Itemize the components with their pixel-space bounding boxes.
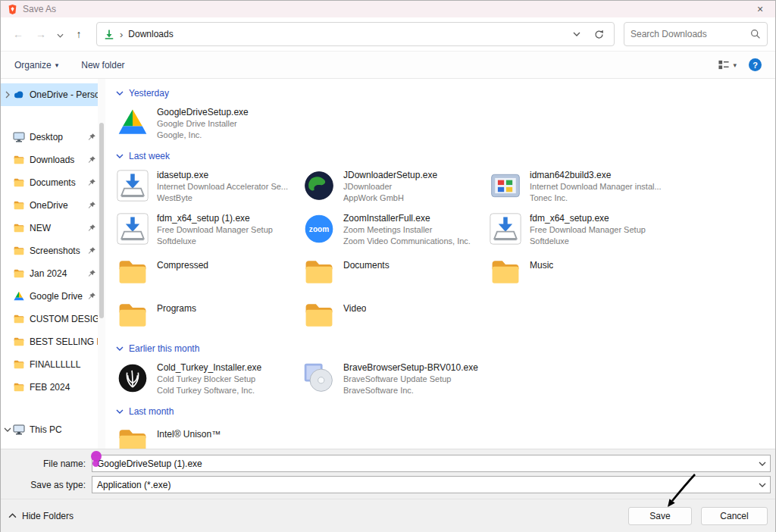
back-button[interactable]: ← (8, 28, 28, 40)
file-item-documents[interactable]: Documents (302, 255, 489, 291)
pin-icon (86, 201, 97, 210)
sidebar-item-onedrive-perso[interactable]: OneDrive - Perso (1, 83, 98, 106)
sidebar-item-best-selling-d[interactable]: BEST SELLING D (1, 330, 98, 353)
file-publisher: Softdeluxe (530, 236, 646, 247)
navigation-bar: ← → ↑ › Downloads (1, 17, 775, 51)
search-icon (750, 29, 761, 39)
group-header-yesterday[interactable]: Yesterday (116, 88, 771, 99)
organize-button[interactable]: Organize ▾ (14, 60, 58, 70)
file-item-googledrivesetup-exe[interactable]: GoogleDriveSetup.exeGoogle Drive Install… (116, 106, 302, 142)
chevron-down-icon[interactable] (2, 427, 12, 432)
folder-icon (12, 177, 26, 189)
folder-icon (116, 299, 149, 332)
installer-icon (116, 169, 149, 202)
file-name: Music (530, 260, 553, 271)
file-publisher: WestByte (157, 192, 288, 204)
file-item-zoominstallerfull-exe[interactable]: zoomZoomInstallerFull.exeZoom Meetings I… (302, 212, 489, 248)
folder-icon (12, 154, 26, 167)
group-header-last-month[interactable]: Last month (116, 406, 771, 417)
recent-locations-chevron-icon[interactable] (54, 28, 66, 40)
file-name: Intel® Unison™ (157, 429, 221, 440)
sidebar-item-onedrive[interactable]: OneDrive (1, 194, 98, 217)
navigation-pane: OneDrive - PersoDesktopDownloadsDocument… (1, 79, 98, 449)
sidebar-item-screenshots[interactable]: Screenshots (1, 239, 98, 262)
cancel-button[interactable]: Cancel (701, 507, 768, 525)
file-publisher: AppWork GmbH (343, 192, 437, 204)
file-publisher: Zoom Video Communications, Inc. (343, 236, 471, 247)
sidebar-item-desktop[interactable]: Desktop (1, 126, 98, 149)
sidebar-item-this-pc[interactable]: This PC (1, 418, 98, 441)
search-box[interactable] (624, 22, 768, 46)
annotation-magenta-dot (92, 460, 99, 467)
file-item-jdownloadersetup-exe[interactable]: JDownloaderSetup.exeJDownloaderAppWork G… (302, 169, 489, 205)
file-item-compressed[interactable]: Compressed (116, 255, 302, 291)
sidebar-item-new[interactable]: NEW (1, 217, 98, 239)
organize-label: Organize (14, 60, 52, 70)
breadcrumb-separator: › (120, 29, 123, 40)
save-as-type-select[interactable]: Application (*.exe) (92, 476, 771, 493)
sidebar-item-jan-2024[interactable]: Jan 2024 (1, 262, 98, 285)
file-item-fdm-x64-setup-1-exe[interactable]: fdm_x64_setup (1).exeFree Download Manag… (116, 212, 302, 248)
close-icon[interactable]: × (752, 3, 768, 15)
idm-icon (489, 169, 522, 202)
help-button[interactable]: ? (749, 58, 762, 71)
sidebar-item-google-drive[interactable]: Google Drive (1, 285, 98, 308)
sidebar-scrollbar[interactable] (98, 79, 105, 449)
file-item-intel-unison[interactable]: Intel® Unison™ (116, 424, 302, 449)
breadcrumb-downloads[interactable]: Downloads (128, 29, 173, 39)
coldturkey-icon (116, 361, 149, 395)
thispc-icon (12, 424, 26, 437)
file-item-music[interactable]: Music (489, 255, 675, 291)
file-item-programs[interactable]: Programs (116, 299, 302, 334)
new-folder-button[interactable]: New folder (81, 60, 124, 70)
file-name: Programs (157, 303, 196, 315)
chevron-down-icon[interactable] (755, 483, 770, 487)
hide-folders-button[interactable]: Hide Folders (8, 511, 74, 521)
folder-icon (12, 313, 26, 326)
file-description: Internet Download Accelerator Se... (157, 181, 288, 192)
address-dropdown-chevron-icon[interactable] (568, 32, 585, 36)
save-button[interactable]: Save (628, 507, 692, 525)
file-item-idman642build3-exe[interactable]: idman642build3.exeInternet Download Mana… (489, 169, 675, 205)
file-name-input[interactable] (92, 458, 755, 469)
chevron-down-icon[interactable] (755, 462, 770, 466)
chevron-up-icon (8, 513, 17, 518)
desktop-icon (12, 131, 26, 144)
command-toolbar: Organize ▾ New folder ▾ ? (1, 51, 775, 79)
up-button[interactable]: ↑ (69, 28, 89, 40)
sidebar-item-custom-desigi[interactable]: CUSTOM DESIGI (1, 308, 98, 330)
group-header-last-week[interactable]: Last week (116, 151, 771, 161)
file-name: idasetup.exe (157, 170, 288, 181)
sidebar-item-documents[interactable]: Documents (1, 171, 98, 194)
file-item-video[interactable]: Video (302, 299, 489, 334)
sidebar-item-label: FINALLLLLL (30, 359, 98, 370)
file-name-combobox[interactable] (92, 455, 771, 472)
sidebar-item-feb-2024[interactable]: FEB 2024 (1, 376, 98, 399)
scrollbar-thumb[interactable] (99, 123, 104, 318)
file-item-bravebrowsersetup-brv010-exe[interactable]: BraveBrowserSetup-BRV010.exeBraveSoftwar… (302, 361, 489, 397)
button-bar: Hide Folders Save Cancel (1, 499, 775, 532)
folder-icon (116, 424, 149, 449)
file-item-cold-turkey-installer-exe[interactable]: Cold_Turkey_Installer.exeCold Turkey Blo… (116, 361, 302, 397)
group-header-earlier-this-month[interactable]: Earlier this month (116, 343, 771, 354)
sidebar-item-downloads[interactable]: Downloads (1, 149, 98, 171)
window-title: Save As (23, 4, 56, 14)
search-input[interactable] (630, 29, 750, 39)
onedrive-icon (12, 89, 26, 102)
folder-icon (116, 255, 149, 289)
sidebar-item-finallllll[interactable]: FINALLLLLL (1, 353, 98, 376)
file-item-idasetup-exe[interactable]: idasetup.exeInternet Download Accelerato… (116, 169, 302, 205)
chevron-right-icon[interactable] (2, 91, 12, 99)
installer-icon (116, 212, 149, 246)
address-bar[interactable]: › Downloads (96, 22, 615, 46)
refresh-icon[interactable] (590, 30, 607, 39)
views-button[interactable]: ▾ (718, 59, 737, 70)
sidebar-item-label: NEW (30, 223, 86, 233)
sidebar-item-label: OneDrive - Perso (30, 89, 98, 100)
file-item-fdm-x64-setup-exe[interactable]: fdm_x64_setup.exeFree Download Manager S… (489, 212, 675, 248)
file-description: Free Download Manager Setup (530, 224, 646, 236)
group-label: Last month (129, 406, 174, 417)
pin-icon (86, 133, 97, 142)
file-group-grid: Cold_Turkey_Installer.exeCold Turkey Blo… (116, 361, 771, 397)
forward-button[interactable]: → (31, 28, 51, 40)
